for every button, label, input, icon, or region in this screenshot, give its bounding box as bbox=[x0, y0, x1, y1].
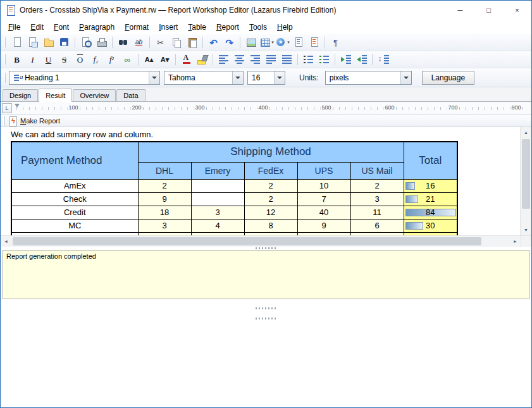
find-button[interactable] bbox=[116, 35, 130, 49]
row-label-cell[interactable]: MC bbox=[11, 219, 138, 232]
row-label-cell[interactable]: Check bbox=[11, 192, 138, 206]
data-cell[interactable]: 18 bbox=[138, 206, 191, 219]
decrease-indent-button[interactable] bbox=[354, 53, 369, 66]
menu-file[interactable]: File bbox=[3, 21, 25, 34]
cut-button[interactable]: ✂ bbox=[153, 35, 168, 49]
font-family-select[interactable]: Tahoma bbox=[164, 71, 244, 85]
data-cell[interactable]: 6 bbox=[244, 232, 297, 235]
data-cell[interactable]: 6 bbox=[350, 219, 404, 232]
minimize-button[interactable]: ─ bbox=[446, 1, 474, 20]
units-select[interactable]: pixels bbox=[325, 71, 412, 85]
menu-help[interactable]: Help bbox=[272, 21, 298, 34]
line-spacing-button[interactable] bbox=[376, 53, 390, 66]
menu-table[interactable]: Table bbox=[183, 21, 211, 34]
tab-overview[interactable]: Overview bbox=[73, 89, 116, 101]
ruler[interactable]: 100200300400500600700800 L bbox=[1, 102, 531, 115]
force-justify-button[interactable] bbox=[280, 53, 294, 66]
font-color-button[interactable] bbox=[179, 53, 194, 66]
horizontal-scrollbar[interactable]: ◄ ► bbox=[1, 235, 531, 247]
row-label-cell[interactable]: Credit bbox=[11, 206, 138, 219]
document-properties-button[interactable] bbox=[307, 35, 321, 49]
toolbar-grip[interactable] bbox=[4, 73, 6, 83]
new-from-template-button[interactable] bbox=[25, 35, 40, 49]
dropdown-arrow-icon[interactable] bbox=[149, 71, 159, 84]
scroll-down-icon[interactable]: ▼ bbox=[521, 225, 531, 235]
data-cell[interactable]: 4 bbox=[138, 232, 191, 235]
splitter-grip[interactable] bbox=[256, 247, 277, 249]
insert-table-button[interactable]: ▾ bbox=[259, 35, 274, 49]
grow-font-button[interactable]: A▴ bbox=[142, 53, 156, 66]
redo-button[interactable]: ↷ bbox=[222, 35, 237, 49]
maximize-button[interactable]: □ bbox=[474, 1, 503, 20]
menu-paragraph[interactable]: Paragraph bbox=[74, 21, 120, 34]
data-cell[interactable]: 10 bbox=[297, 179, 350, 192]
splitter-grip[interactable] bbox=[256, 318, 277, 319]
data-cell[interactable]: 3 bbox=[350, 192, 404, 206]
shrink-font-button[interactable]: A▾ bbox=[158, 53, 172, 66]
print-preview-button[interactable] bbox=[78, 35, 93, 49]
toolbar-grip[interactable] bbox=[3, 116, 5, 126]
underline-button[interactable]: U bbox=[41, 53, 56, 66]
numbered-list-button[interactable] bbox=[317, 53, 331, 66]
data-cell[interactable]: 2 bbox=[138, 179, 191, 192]
align-center-button[interactable] bbox=[232, 53, 247, 66]
open-button[interactable] bbox=[41, 35, 56, 49]
row-label-cell[interactable]: AmEx bbox=[11, 179, 138, 192]
data-cell[interactable]: 3 bbox=[138, 219, 191, 232]
toolbar-grip[interactable] bbox=[4, 37, 6, 47]
align-left-button[interactable] bbox=[216, 53, 231, 66]
dropdown-arrow-icon[interactable] bbox=[232, 71, 243, 84]
paragraph-style-select[interactable]: Heading 1 bbox=[9, 71, 160, 85]
row-total-cell[interactable]: 34 bbox=[404, 232, 457, 235]
language-button[interactable]: Language bbox=[422, 71, 474, 85]
italic-button[interactable]: I bbox=[25, 53, 40, 66]
increase-indent-button[interactable] bbox=[338, 53, 353, 66]
new-document-button[interactable] bbox=[9, 35, 24, 49]
close-button[interactable]: × bbox=[503, 1, 531, 20]
bullet-list-button[interactable] bbox=[301, 53, 316, 66]
bold-button[interactable]: B bbox=[9, 53, 24, 66]
justify-button[interactable] bbox=[264, 53, 278, 66]
insert-symbol-button[interactable]: ▾ bbox=[275, 35, 290, 49]
vertical-scrollbar[interactable]: ▲ ▼ bbox=[520, 127, 531, 235]
toolbar-grip[interactable] bbox=[4, 54, 6, 65]
document-page[interactable]: We can add summary row and column. Payme… bbox=[1, 127, 520, 235]
data-cell[interactable]: 12 bbox=[244, 206, 297, 219]
vertical-scroll-track[interactable] bbox=[521, 138, 531, 225]
menu-font[interactable]: Font bbox=[49, 21, 74, 34]
splitter-grip[interactable] bbox=[256, 307, 277, 309]
row-total-cell[interactable]: 30 bbox=[404, 219, 457, 232]
menu-insert[interactable]: Insert bbox=[154, 21, 183, 34]
strikethrough-button[interactable]: S bbox=[57, 53, 71, 66]
print-button[interactable] bbox=[94, 35, 109, 49]
insert-image-button[interactable] bbox=[244, 35, 258, 49]
data-cell[interactable]: 12 bbox=[297, 232, 350, 235]
tab-stop-selector[interactable]: L bbox=[2, 103, 12, 113]
replace-button[interactable]: ab bbox=[132, 35, 146, 49]
data-cell[interactable]: 8 bbox=[244, 219, 297, 232]
insert-symbol-button-dropdown-icon[interactable]: ▾ bbox=[287, 40, 290, 45]
indent-marker[interactable] bbox=[15, 104, 20, 108]
data-cell[interactable]: 8 bbox=[350, 232, 404, 235]
menu-tools[interactable]: Tools bbox=[244, 21, 272, 34]
subscript-button[interactable]: f₂ bbox=[89, 53, 103, 66]
superscript-button[interactable]: f² bbox=[104, 53, 119, 66]
horizontal-scroll-track[interactable] bbox=[11, 236, 510, 247]
show-formatting-marks-button[interactable]: ¶ bbox=[328, 35, 343, 49]
tab-data[interactable]: Data bbox=[116, 89, 145, 101]
paste-button[interactable] bbox=[185, 35, 199, 49]
data-cell[interactable]: 3 bbox=[191, 206, 244, 219]
row-label-cell[interactable]: Visa bbox=[11, 232, 138, 235]
tab-result[interactable]: Result bbox=[39, 89, 72, 102]
data-cell[interactable]: 2 bbox=[244, 192, 297, 206]
copy-button[interactable] bbox=[169, 35, 183, 49]
row-total-cell[interactable]: 84 bbox=[404, 206, 457, 219]
data-cell[interactable]: 7 bbox=[297, 192, 350, 206]
menu-report[interactable]: Report bbox=[211, 21, 244, 34]
ruler-track[interactable]: 100200300400500600700800 bbox=[1, 102, 531, 114]
horizontal-scroll-thumb[interactable] bbox=[13, 237, 481, 245]
insert-table-button-dropdown-icon[interactable]: ▾ bbox=[271, 40, 274, 45]
dropdown-arrow-icon[interactable] bbox=[274, 71, 285, 84]
menu-format[interactable]: Format bbox=[120, 21, 154, 34]
scroll-up-icon[interactable]: ▲ bbox=[521, 127, 531, 138]
